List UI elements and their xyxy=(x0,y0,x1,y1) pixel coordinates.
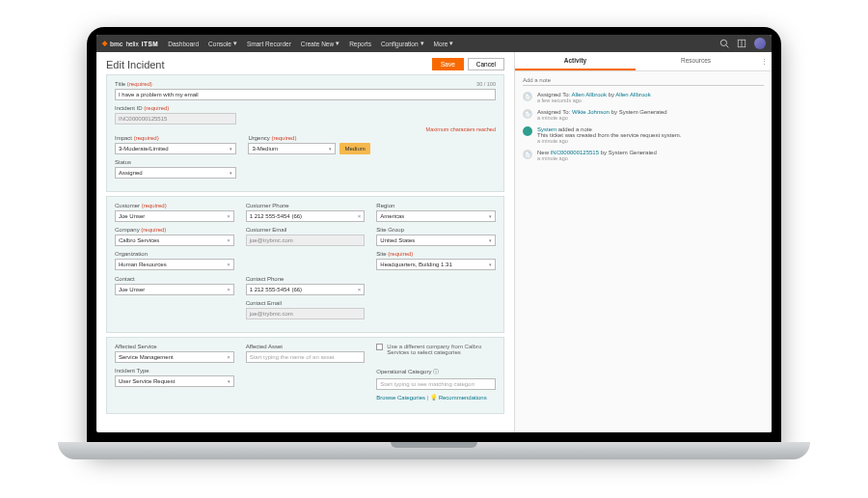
note-icon: 📄 xyxy=(523,92,532,101)
book-icon[interactable] xyxy=(737,39,746,48)
chevron-down-icon: ▾ xyxy=(336,40,339,47)
incident-id-label: Incident ID xyxy=(115,105,143,111)
info-icon[interactable]: ⓘ xyxy=(433,369,439,374)
right-tabs: Activity Resources ⋮ xyxy=(515,52,772,71)
chevron-down-icon: ▾ xyxy=(228,378,231,384)
max-chars-msg: Maximum characters reached xyxy=(115,126,496,132)
svg-line-1 xyxy=(726,45,729,48)
clear-icon[interactable]: × xyxy=(358,213,362,219)
clear-icon[interactable]: × xyxy=(227,287,231,292)
top-nav: ◆ bmc helix ITSM Dashboard Console▾ Smar… xyxy=(96,35,772,52)
brand-product: ITSM xyxy=(142,41,159,47)
chevron-down-icon: ▾ xyxy=(449,40,453,47)
site-group-select[interactable]: United States▾ xyxy=(376,235,496,246)
nav-more[interactable]: More▾ xyxy=(434,40,454,47)
bulb-icon: 💡 xyxy=(430,395,437,401)
affected-asset-label: Affected Asset xyxy=(246,344,366,349)
clear-icon[interactable]: × xyxy=(227,262,231,267)
activity-item: 📄 New INC000000125515 by System Generate… xyxy=(523,150,764,161)
clear-icon[interactable]: × xyxy=(227,237,231,243)
tab-resources[interactable]: Resources xyxy=(636,52,756,70)
user-avatar[interactable] xyxy=(754,38,766,49)
title-input[interactable]: I have a problem with my email xyxy=(115,89,496,100)
affected-service-input[interactable]: Service Management× xyxy=(115,351,234,363)
impact-label: Impact xyxy=(115,135,132,141)
chevron-down-icon: ▾ xyxy=(489,237,492,243)
svg-point-0 xyxy=(720,40,726,45)
tab-activity[interactable]: Activity xyxy=(515,52,636,70)
chevron-down-icon: ▾ xyxy=(230,170,232,176)
panel-identity: Title (required) 30 / 100 I have a probl… xyxy=(106,74,504,192)
organization-label: Organization xyxy=(115,251,234,257)
region-label: Region xyxy=(376,203,496,208)
op-category-label: Operational Category xyxy=(376,369,431,374)
priority-badge: Medium xyxy=(339,143,369,154)
note-icon: 📄 xyxy=(523,109,532,119)
contact-phone-input[interactable]: 1 212 555-5454 (66)× xyxy=(246,284,366,295)
clear-icon[interactable]: × xyxy=(358,287,362,292)
status-label: Status xyxy=(115,159,236,165)
impact-select[interactable]: 3-Moderate/Limited▾ xyxy=(115,143,236,154)
urgency-label: Urgency xyxy=(248,135,269,141)
page-title: Edit Incident xyxy=(106,59,432,70)
kebab-menu-icon[interactable]: ⋮ xyxy=(756,52,772,70)
site-select[interactable]: Headquarters, Building 1.31▾ xyxy=(376,259,496,270)
use-diff-company-checkbox[interactable]: Use a different company from Calbro Serv… xyxy=(376,344,496,355)
title-label: Title xyxy=(115,81,125,87)
contact-input[interactable]: Joe Unser× xyxy=(115,284,234,295)
site-label: Site xyxy=(376,251,386,257)
incident-type-label: Incident Type xyxy=(115,368,234,374)
status-select[interactable]: Assigned▾ xyxy=(115,167,236,179)
contact-label: Contact xyxy=(115,276,234,282)
incident-id-input: INC000000125515 xyxy=(115,113,236,124)
chevron-down-icon: ▾ xyxy=(489,262,492,267)
customer-email-input: joe@trybmc.com xyxy=(246,235,366,246)
brand-bmc: bmc xyxy=(110,41,122,47)
activity-user-link[interactable]: Wikie Johnson xyxy=(572,109,610,115)
nav-create-new[interactable]: Create New▾ xyxy=(301,40,339,47)
brand-logo: ◆ bmc helix ITSM xyxy=(102,40,158,47)
chevron-down-icon: ▾ xyxy=(329,146,332,152)
nav-dashboard[interactable]: Dashboard xyxy=(168,40,199,47)
nav-smart-recorder[interactable]: Smart Recorder xyxy=(247,40,291,47)
company-label: Company xyxy=(115,227,140,233)
chevron-down-icon: ▾ xyxy=(233,40,237,47)
organization-input[interactable]: Human Resources× xyxy=(115,259,234,270)
op-category-input[interactable]: Start typing to see matching categori xyxy=(376,378,496,390)
customer-input[interactable]: Joe Unser× xyxy=(115,210,234,222)
cancel-button[interactable]: Cancel xyxy=(468,58,504,70)
activity-user-link[interactable]: Allen Allbrook xyxy=(615,92,650,97)
customer-phone-label: Customer Phone xyxy=(246,203,366,208)
nav-console[interactable]: Console▾ xyxy=(208,40,237,47)
save-button[interactable]: Save xyxy=(432,58,464,70)
bmc-logo-icon: ◆ xyxy=(102,40,107,47)
add-note-input[interactable] xyxy=(523,75,764,86)
region-select[interactable]: Americas▾ xyxy=(376,210,496,222)
contact-phone-label: Contact Phone xyxy=(246,276,366,282)
clear-icon[interactable]: × xyxy=(227,213,231,219)
system-user-icon xyxy=(523,126,532,136)
activity-item: 📄 Assigned To: Allen Allbrook by Allen A… xyxy=(523,92,764,103)
contact-email-label: Contact Email xyxy=(246,300,366,306)
company-input[interactable]: Calbro Services× xyxy=(115,235,234,246)
checkbox-icon[interactable] xyxy=(376,344,383,350)
clear-icon[interactable]: × xyxy=(227,354,231,360)
brand-helix: helix xyxy=(125,41,138,47)
site-group-label: Site Group xyxy=(376,227,496,233)
incident-type-select[interactable]: User Service Request▾ xyxy=(115,375,234,387)
note-icon: 📄 xyxy=(523,150,532,159)
affected-service-label: Affected Service xyxy=(115,344,234,349)
panel-categorization: Affected Service Service Management× Aff… xyxy=(106,337,504,414)
nav-items: Dashboard Console▾ Smart Recorder Create… xyxy=(168,40,719,47)
recommendations-link[interactable]: Recommendations xyxy=(439,395,487,401)
customer-email-label: Customer Email xyxy=(246,227,366,233)
chevron-down-icon: ▾ xyxy=(230,146,232,152)
urgency-select[interactable]: 3-Medium▾ xyxy=(248,143,336,154)
browse-categories-link[interactable]: Browse Categories xyxy=(376,395,425,401)
affected-asset-input[interactable]: Start typing the name of an asset xyxy=(246,351,366,363)
nav-configuration[interactable]: Configuration▾ xyxy=(381,40,424,47)
activity-item: System added a note This ticket was crea… xyxy=(523,126,764,144)
customer-phone-input[interactable]: 1 212 555-5454 (66)× xyxy=(246,210,366,222)
search-icon[interactable] xyxy=(719,39,729,48)
nav-reports[interactable]: Reports xyxy=(349,40,371,47)
